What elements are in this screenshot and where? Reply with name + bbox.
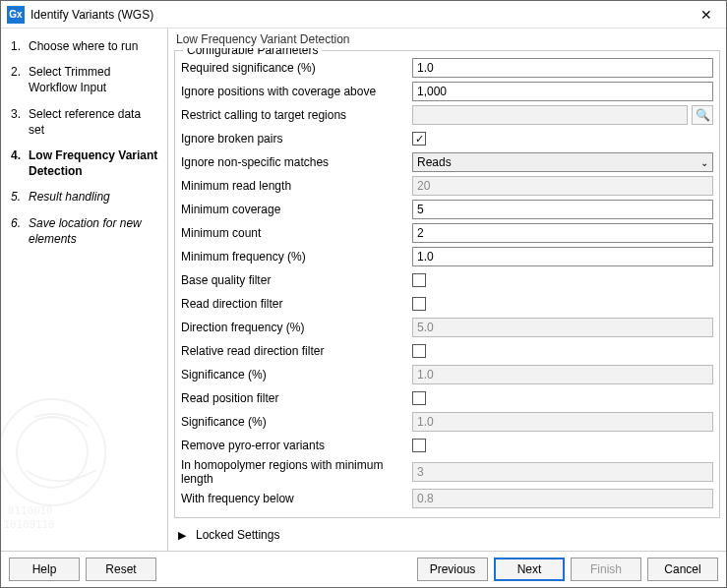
- svg-point-1: [17, 417, 88, 488]
- restrict_target-field: [412, 105, 688, 125]
- fieldset-legend: Configurable Parameters: [183, 48, 322, 57]
- param-control: [412, 412, 713, 432]
- wizard-sidebar: 1.Choose where to run2.Select Trimmed Wo…: [1, 29, 168, 551]
- param-control: Reads⌄: [412, 152, 713, 172]
- min_coverage-input[interactable]: [412, 200, 713, 219]
- param-control: [412, 176, 713, 196]
- param-control: [412, 58, 713, 78]
- wizard-step[interactable]: 2.Select Trimmed Workflow Input: [11, 64, 159, 95]
- param-row-direction_frequency: Direction frequency (%): [181, 317, 713, 338]
- read_position_filter-checkbox[interactable]: [412, 391, 426, 405]
- step-label: Select reference data set: [29, 106, 159, 138]
- ignore_broken_pairs-checkbox[interactable]: ✓: [412, 132, 426, 146]
- read_direction_filter-checkbox[interactable]: [412, 297, 426, 311]
- next-button[interactable]: Next: [494, 558, 565, 581]
- param-row-remove_pyro: Remove pyro-error variants: [181, 435, 713, 456]
- param-control: [412, 223, 713, 243]
- help-button[interactable]: Help: [9, 558, 80, 581]
- step-label: Result handling: [29, 189, 110, 205]
- min_frequency-input[interactable]: [412, 247, 713, 266]
- param-row-significance_2: Significance (%): [181, 411, 713, 433]
- param-label: Required significance (%): [181, 61, 412, 75]
- dialog-body: 1.Choose where to run2.Select Trimmed Wo…: [1, 29, 726, 551]
- param-row-min_count: Minimum count: [181, 222, 713, 244]
- param-label: Ignore positions with coverage above: [181, 85, 412, 98]
- param-control: [412, 391, 713, 405]
- step-label: Save location for new elements: [29, 215, 159, 247]
- param-label: Base quality filter: [181, 273, 412, 287]
- step-number: 3.: [11, 106, 29, 122]
- finish-button: Finish: [571, 558, 641, 581]
- previous-button[interactable]: Previous: [417, 558, 488, 581]
- direction_frequency-input: [412, 318, 713, 337]
- svg-text:10100110: 10100110: [4, 518, 55, 531]
- param-control: [412, 247, 713, 266]
- param-row-ignore_non_specific: Ignore non-specific matchesReads⌄: [181, 151, 713, 173]
- param-label: Remove pyro-error variants: [181, 439, 412, 452]
- wizard-step[interactable]: 5.Result handling: [11, 189, 159, 205]
- param-control: ✓: [412, 132, 713, 146]
- remove_pyro-checkbox[interactable]: [412, 439, 426, 452]
- param-label: Significance (%): [181, 368, 412, 382]
- param-control: [412, 273, 713, 287]
- param-label: In homopolymer regions with minimum leng…: [181, 458, 412, 486]
- param-row-homopolymer_min_len: In homopolymer regions with minimum leng…: [181, 458, 713, 486]
- chevron-down-icon: ⌄: [700, 157, 708, 168]
- param-row-min_coverage: Minimum coverage: [181, 199, 713, 220]
- param-label: Minimum coverage: [181, 203, 412, 216]
- min_count-input[interactable]: [412, 223, 713, 243]
- window-title: Identify Variants (WGS): [30, 8, 693, 22]
- svg-point-0: [1, 399, 105, 505]
- param-row-freq_below: With frequency below: [181, 488, 713, 509]
- param-row-min_read_length: Minimum read length: [181, 175, 713, 197]
- chevron-right-icon: ▶: [178, 529, 196, 542]
- param-label: Ignore broken pairs: [181, 132, 412, 146]
- wizard-step[interactable]: 1.Choose where to run: [11, 38, 159, 54]
- param-control: [412, 365, 713, 384]
- ignore_non_specific-select[interactable]: Reads⌄: [412, 152, 713, 172]
- locked-settings-label: Locked Settings: [196, 528, 279, 542]
- param-label: Ignore non-specific matches: [181, 155, 412, 169]
- step-number: 5.: [11, 189, 29, 205]
- param-label: Minimum count: [181, 226, 412, 240]
- param-control: [412, 318, 713, 337]
- step-number: 4.: [11, 147, 29, 163]
- param-label: Direction frequency (%): [181, 321, 412, 334]
- param-row-base_quality_filter: Base quality filter: [181, 269, 713, 291]
- required_significance-input[interactable]: [412, 58, 713, 78]
- ignore_cov_above-input[interactable]: [412, 82, 713, 101]
- restrict_target-browse-button[interactable]: 🔍: [692, 105, 713, 125]
- param-row-ignore_broken_pairs: Ignore broken pairs✓: [181, 128, 713, 149]
- main-panel: Low Frequency Variant Detection Configur…: [168, 29, 726, 551]
- dialog-window: Gx Identify Variants (WGS) ✕ 1.Choose wh…: [0, 0, 727, 588]
- reset-button[interactable]: Reset: [86, 558, 156, 581]
- param-label: Significance (%): [181, 415, 412, 429]
- param-control: [412, 200, 713, 219]
- base_quality_filter-checkbox[interactable]: [412, 273, 426, 287]
- param-control: [412, 82, 713, 101]
- wizard-step[interactable]: 6.Save location for new elements: [11, 215, 159, 247]
- wizard-step[interactable]: 4.Low Frequency Variant Detection: [11, 147, 159, 179]
- param-row-ignore_cov_above: Ignore positions with coverage above: [181, 81, 713, 102]
- param-label: Minimum frequency (%): [181, 250, 412, 264]
- locked-settings-toggle[interactable]: ▶ Locked Settings: [168, 520, 726, 550]
- param-row-significance_1: Significance (%): [181, 364, 713, 385]
- significance_1-input: [412, 365, 713, 384]
- step-label: Select Trimmed Workflow Input: [29, 64, 159, 95]
- param-control: [412, 297, 713, 311]
- svg-text:0110010: 0110010: [8, 504, 52, 517]
- param-label: Read position filter: [181, 391, 412, 405]
- step-label: Low Frequency Variant Detection: [29, 147, 159, 179]
- step-label: Choose where to run: [29, 38, 138, 54]
- close-icon[interactable]: ✕: [693, 5, 720, 25]
- relative_read_direction_filter-checkbox[interactable]: [412, 344, 426, 358]
- param-control: [412, 489, 713, 508]
- wizard-step[interactable]: 3.Select reference data set: [11, 106, 159, 138]
- step-number: 6.: [11, 215, 29, 231]
- significance_2-input: [412, 412, 713, 432]
- titlebar: Gx Identify Variants (WGS) ✕: [1, 1, 726, 29]
- param-row-required_significance: Required significance (%): [181, 57, 713, 79]
- param-row-restrict_target: Restrict calling to target regions🔍: [181, 104, 713, 126]
- param-control: [412, 344, 713, 358]
- cancel-button[interactable]: Cancel: [647, 558, 718, 581]
